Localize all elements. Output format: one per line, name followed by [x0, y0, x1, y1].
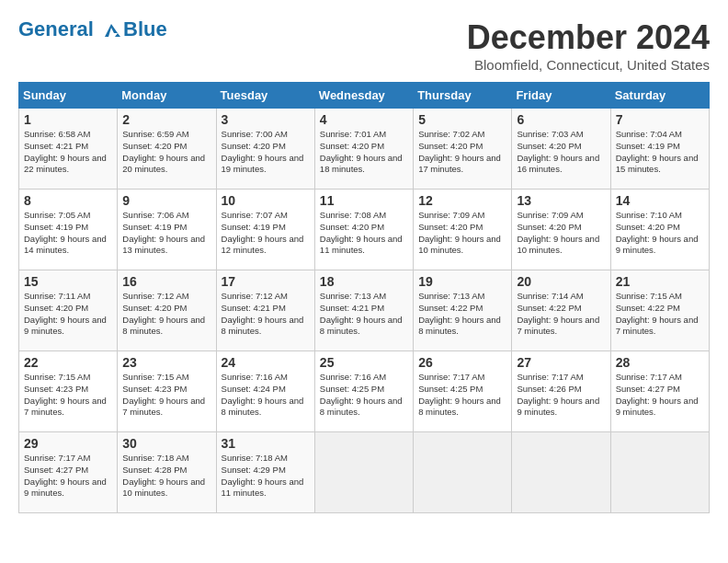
day-number: 26 [418, 355, 506, 370]
logo-blue: Blue [123, 18, 167, 40]
day-number: 18 [320, 274, 408, 289]
calendar-cell: 25 Sunrise: 7:16 AMSunset: 4:25 PMDaylig… [314, 351, 413, 432]
day-info: Sunrise: 7:17 AMSunset: 4:27 PMDaylight:… [616, 372, 704, 419]
month-title: December 2024 [467, 18, 710, 57]
day-number: 17 [222, 274, 310, 289]
calendar-cell: 13 Sunrise: 7:09 AMSunset: 4:20 PMDaylig… [512, 190, 610, 270]
logo-general: General [18, 17, 94, 40]
calendar-cell: 23 Sunrise: 7:15 AMSunset: 4:23 PMDaylig… [118, 351, 216, 432]
day-number: 28 [616, 355, 704, 370]
day-number: 27 [517, 355, 605, 370]
day-number: 1 [24, 112, 112, 127]
day-number: 29 [24, 436, 112, 451]
calendar-cell: 10 Sunrise: 7:07 AMSunset: 4:19 PMDaylig… [216, 190, 314, 270]
week-row-3: 15 Sunrise: 7:11 AMSunset: 4:20 PMDaylig… [19, 270, 710, 351]
location: Bloomfield, Connecticut, United States [467, 57, 710, 73]
day-number: 10 [222, 193, 310, 208]
col-header-saturday: Saturday [610, 83, 709, 109]
calendar-cell: 6 Sunrise: 7:03 AMSunset: 4:20 PMDayligh… [512, 109, 610, 190]
day-info: Sunrise: 7:13 AMSunset: 4:21 PMDaylight:… [320, 291, 408, 338]
calendar-body: 1 Sunrise: 6:58 AMSunset: 4:21 PMDayligh… [19, 109, 710, 513]
col-header-friday: Friday [512, 83, 610, 109]
day-info: Sunrise: 7:12 AMSunset: 4:21 PMDaylight:… [222, 291, 310, 338]
day-info: Sunrise: 7:16 AMSunset: 4:25 PMDaylight:… [320, 372, 408, 419]
day-info: Sunrise: 7:15 AMSunset: 4:23 PMDaylight:… [24, 372, 112, 419]
col-header-monday: Monday [118, 83, 216, 109]
day-info: Sunrise: 6:58 AMSunset: 4:21 PMDaylight:… [24, 129, 112, 176]
day-info: Sunrise: 7:18 AMSunset: 4:28 PMDaylight:… [122, 453, 210, 500]
title-block: December 2024 Bloomfield, Connecticut, U… [467, 18, 710, 73]
calendar-cell: 26 Sunrise: 7:17 AMSunset: 4:25 PMDaylig… [414, 351, 512, 432]
day-info: Sunrise: 7:00 AMSunset: 4:20 PMDaylight:… [222, 129, 310, 176]
calendar-cell: 12 Sunrise: 7:09 AMSunset: 4:20 PMDaylig… [414, 190, 512, 270]
day-info: Sunrise: 7:15 AMSunset: 4:23 PMDaylight:… [122, 372, 210, 419]
day-info: Sunrise: 7:10 AMSunset: 4:20 PMDaylight:… [616, 210, 704, 257]
calendar-cell: 3 Sunrise: 7:00 AMSunset: 4:20 PMDayligh… [216, 109, 314, 190]
calendar-cell: 16 Sunrise: 7:12 AMSunset: 4:20 PMDaylig… [118, 270, 216, 351]
col-header-wednesday: Wednesday [314, 83, 413, 109]
day-info: Sunrise: 7:18 AMSunset: 4:29 PMDaylight:… [222, 453, 310, 500]
day-number: 14 [616, 193, 704, 208]
calendar-cell: 18 Sunrise: 7:13 AMSunset: 4:21 PMDaylig… [314, 270, 413, 351]
day-info: Sunrise: 7:15 AMSunset: 4:22 PMDaylight:… [616, 291, 704, 338]
day-info: Sunrise: 7:12 AMSunset: 4:20 PMDaylight:… [122, 291, 210, 338]
day-info: Sunrise: 7:14 AMSunset: 4:22 PMDaylight:… [517, 291, 605, 338]
calendar-cell: 19 Sunrise: 7:13 AMSunset: 4:22 PMDaylig… [414, 270, 512, 351]
logo-icon [101, 20, 121, 40]
calendar-cell: 28 Sunrise: 7:17 AMSunset: 4:27 PMDaylig… [610, 351, 709, 432]
calendar-header-row: SundayMondayTuesdayWednesdayThursdayFrid… [19, 83, 710, 109]
calendar-cell: 15 Sunrise: 7:11 AMSunset: 4:20 PMDaylig… [19, 270, 118, 351]
calendar-cell: 1 Sunrise: 6:58 AMSunset: 4:21 PMDayligh… [19, 109, 118, 190]
calendar-cell: 21 Sunrise: 7:15 AMSunset: 4:22 PMDaylig… [610, 270, 709, 351]
day-info: Sunrise: 7:17 AMSunset: 4:27 PMDaylight:… [24, 453, 112, 500]
calendar-cell: 30 Sunrise: 7:18 AMSunset: 4:28 PMDaylig… [118, 432, 216, 513]
calendar-cell: 8 Sunrise: 7:05 AMSunset: 4:19 PMDayligh… [19, 190, 118, 270]
day-number: 6 [517, 112, 605, 127]
week-row-4: 22 Sunrise: 7:15 AMSunset: 4:23 PMDaylig… [19, 351, 710, 432]
day-number: 21 [616, 274, 704, 289]
calendar-cell: 22 Sunrise: 7:15 AMSunset: 4:23 PMDaylig… [19, 351, 118, 432]
calendar-cell [610, 432, 709, 513]
calendar-cell: 9 Sunrise: 7:06 AMSunset: 4:19 PMDayligh… [118, 190, 216, 270]
day-info: Sunrise: 7:09 AMSunset: 4:20 PMDaylight:… [517, 210, 605, 257]
day-info: Sunrise: 7:01 AMSunset: 4:20 PMDaylight:… [320, 129, 408, 176]
day-number: 12 [418, 193, 506, 208]
day-number: 30 [122, 436, 210, 451]
week-row-2: 8 Sunrise: 7:05 AMSunset: 4:19 PMDayligh… [19, 190, 710, 270]
calendar-cell: 11 Sunrise: 7:08 AMSunset: 4:20 PMDaylig… [314, 190, 413, 270]
day-info: Sunrise: 6:59 AMSunset: 4:20 PMDaylight:… [122, 129, 210, 176]
calendar-cell: 31 Sunrise: 7:18 AMSunset: 4:29 PMDaylig… [216, 432, 314, 513]
day-number: 8 [24, 193, 112, 208]
day-number: 5 [418, 112, 506, 127]
calendar-cell: 29 Sunrise: 7:17 AMSunset: 4:27 PMDaylig… [19, 432, 118, 513]
day-info: Sunrise: 7:03 AMSunset: 4:20 PMDaylight:… [517, 129, 605, 176]
day-number: 16 [122, 274, 210, 289]
calendar-cell: 20 Sunrise: 7:14 AMSunset: 4:22 PMDaylig… [512, 270, 610, 351]
day-info: Sunrise: 7:05 AMSunset: 4:19 PMDaylight:… [24, 210, 112, 257]
calendar-cell: 17 Sunrise: 7:12 AMSunset: 4:21 PMDaylig… [216, 270, 314, 351]
day-info: Sunrise: 7:17 AMSunset: 4:25 PMDaylight:… [418, 372, 506, 419]
page-header: General Blue December 2024 Bloomfield, C… [18, 18, 710, 73]
day-info: Sunrise: 7:11 AMSunset: 4:20 PMDaylight:… [24, 291, 112, 338]
col-header-thursday: Thursday [414, 83, 512, 109]
calendar-cell [512, 432, 610, 513]
day-info: Sunrise: 7:07 AMSunset: 4:19 PMDaylight:… [222, 210, 310, 257]
week-row-1: 1 Sunrise: 6:58 AMSunset: 4:21 PMDayligh… [19, 109, 710, 190]
calendar-cell [414, 432, 512, 513]
day-info: Sunrise: 7:08 AMSunset: 4:20 PMDaylight:… [320, 210, 408, 257]
col-header-tuesday: Tuesday [216, 83, 314, 109]
logo: General Blue [18, 18, 167, 40]
day-info: Sunrise: 7:09 AMSunset: 4:20 PMDaylight:… [418, 210, 506, 257]
week-row-5: 29 Sunrise: 7:17 AMSunset: 4:27 PMDaylig… [19, 432, 710, 513]
day-number: 4 [320, 112, 408, 127]
day-number: 22 [24, 355, 112, 370]
calendar-cell: 24 Sunrise: 7:16 AMSunset: 4:24 PMDaylig… [216, 351, 314, 432]
day-info: Sunrise: 7:02 AMSunset: 4:20 PMDaylight:… [418, 129, 506, 176]
day-number: 11 [320, 193, 408, 208]
calendar-cell: 27 Sunrise: 7:17 AMSunset: 4:26 PMDaylig… [512, 351, 610, 432]
calendar-table: SundayMondayTuesdayWednesdayThursdayFrid… [18, 82, 710, 513]
day-number: 7 [616, 112, 704, 127]
day-number: 13 [517, 193, 605, 208]
day-info: Sunrise: 7:13 AMSunset: 4:22 PMDaylight:… [418, 291, 506, 338]
day-info: Sunrise: 7:16 AMSunset: 4:24 PMDaylight:… [222, 372, 310, 419]
